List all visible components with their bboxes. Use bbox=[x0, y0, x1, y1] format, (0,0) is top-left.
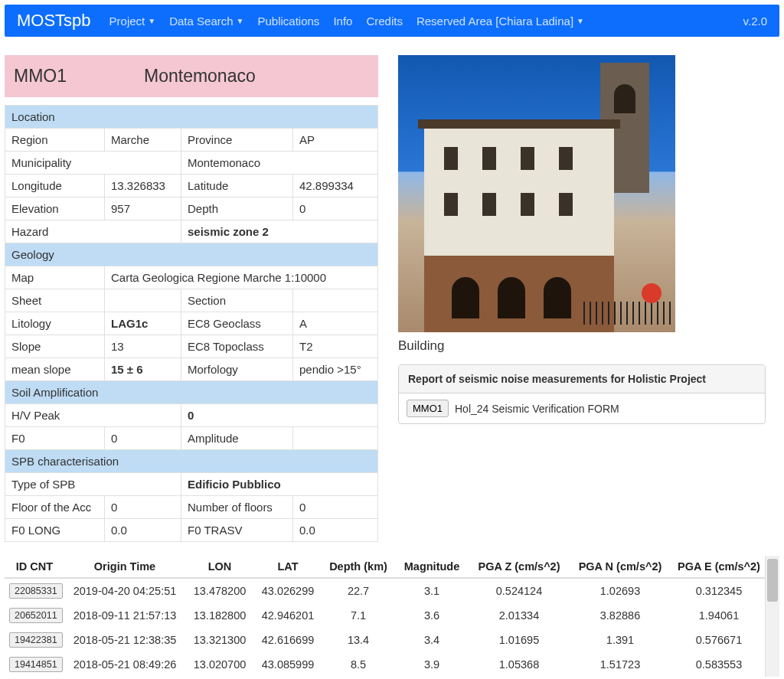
cell-lon: 13.321300 bbox=[185, 628, 254, 652]
label-province: Province bbox=[181, 129, 293, 152]
report-link[interactable]: Hol_24 Seismic Verification FORM bbox=[455, 403, 619, 415]
value-hazard: seismic zone 2 bbox=[181, 220, 378, 243]
value-numfloor: 0 bbox=[293, 496, 378, 519]
label-hazard: Hazard bbox=[5, 220, 181, 243]
value-meanslope: 15 ± 6 bbox=[105, 358, 181, 381]
version-label: v.2.0 bbox=[743, 15, 767, 28]
nav-credits[interactable]: Credits bbox=[366, 15, 403, 28]
chevron-down-icon: ▼ bbox=[577, 17, 584, 25]
events-scroll[interactable]: ID CNT Origin Time LON LAT Depth (km) Ma… bbox=[5, 556, 779, 677]
value-sheet bbox=[105, 289, 181, 312]
value-section bbox=[293, 289, 378, 312]
label-f0: F0 bbox=[5, 427, 105, 450]
value-region: Marche bbox=[105, 129, 181, 152]
cell-pgae: 0.576671 bbox=[671, 628, 767, 652]
label-municipality: Municipality bbox=[5, 152, 181, 175]
label-flooracc: Floor of the Acc bbox=[5, 496, 105, 519]
event-id-button[interactable]: 19414851 bbox=[9, 657, 63, 672]
nav-reserved-area[interactable]: Reserved Area [Chiara Ladina] ▼ bbox=[416, 15, 584, 28]
building-image bbox=[398, 55, 675, 332]
cell-pgan: 1.391 bbox=[570, 628, 671, 652]
label-meanslope: mean slope bbox=[5, 358, 105, 381]
cell-mag: 3.6 bbox=[395, 603, 469, 628]
cell-mag: 3.9 bbox=[395, 652, 469, 677]
label-spb-type: Type of SPB bbox=[5, 473, 181, 496]
value-elevation: 957 bbox=[105, 197, 181, 220]
event-id-button[interactable]: 19422381 bbox=[9, 632, 63, 648]
table-row: 194223812018-05-21 12:38:3513.32130042.6… bbox=[5, 628, 767, 652]
th-origin[interactable]: Origin Time bbox=[64, 556, 185, 578]
label-ec8geo: EC8 Geoclass bbox=[181, 312, 293, 335]
cell-lat: 42.616699 bbox=[254, 628, 322, 652]
nav-info[interactable]: Info bbox=[333, 15, 352, 28]
event-id-button[interactable]: 22085331 bbox=[9, 583, 63, 599]
scrollbar-thumb[interactable] bbox=[767, 559, 778, 602]
site-code: MMO1 bbox=[5, 55, 135, 97]
cell-mag: 3.4 bbox=[395, 628, 469, 652]
cell-pgae: 0.583553 bbox=[671, 652, 767, 677]
label-amplitude: Amplitude bbox=[181, 427, 293, 450]
cell-lat: 42.946201 bbox=[254, 603, 322, 628]
label-longitude: Longitude bbox=[5, 175, 105, 197]
navbar: MOSTspb Project ▼ Data Search ▼ Publicat… bbox=[5, 5, 779, 37]
events-table: ID CNT Origin Time LON LAT Depth (km) Ma… bbox=[5, 556, 767, 677]
cell-origin: 2018-05-21 08:49:26 bbox=[64, 652, 185, 677]
th-depth[interactable]: Depth (km) bbox=[322, 556, 395, 578]
value-province: AP bbox=[293, 129, 378, 152]
cell-lon: 13.020700 bbox=[185, 652, 254, 677]
cell-pgaz: 0.524124 bbox=[469, 578, 570, 603]
cell-pgaz: 1.05368 bbox=[469, 652, 570, 677]
table-row: 206520112018-09-11 21:57:1313.18280042.9… bbox=[5, 603, 767, 628]
th-lat[interactable]: LAT bbox=[254, 556, 322, 578]
value-morfology: pendio >15° bbox=[293, 358, 378, 381]
nav-data-search[interactable]: Data Search ▼ bbox=[169, 15, 243, 28]
cell-depth: 22.7 bbox=[322, 578, 395, 603]
value-municipality: Montemonaco bbox=[181, 152, 378, 175]
section-soil: Soil Amplification bbox=[5, 381, 378, 404]
label-ec8topo: EC8 Topoclass bbox=[181, 335, 293, 358]
nav-publications[interactable]: Publications bbox=[257, 15, 319, 28]
value-f0long: 0.0 bbox=[105, 519, 181, 542]
value-ec8geo: A bbox=[293, 312, 378, 335]
report-title: Report of seismic noise measurements for… bbox=[399, 365, 765, 393]
chevron-down-icon: ▼ bbox=[237, 17, 244, 25]
label-hvpeak: H/V Peak bbox=[5, 404, 181, 427]
chevron-down-icon: ▼ bbox=[148, 17, 155, 25]
info-table: Location Region Marche Province AP Munic… bbox=[5, 105, 378, 542]
th-pgae[interactable]: PGA E (cm/s^2) bbox=[671, 556, 767, 578]
nav-project[interactable]: Project ▼ bbox=[109, 15, 156, 28]
report-card: Report of seismic noise measurements for… bbox=[398, 364, 766, 424]
cell-pgan: 3.82886 bbox=[570, 603, 671, 628]
label-map: Map bbox=[5, 266, 105, 289]
report-code-button[interactable]: MMO1 bbox=[407, 400, 449, 417]
cell-lon: 13.478200 bbox=[185, 578, 254, 603]
label-f0trasv: F0 TRASV bbox=[181, 519, 293, 542]
value-litology: LAG1c bbox=[105, 312, 181, 335]
th-id[interactable]: ID CNT bbox=[5, 556, 64, 578]
th-pgaz[interactable]: PGA Z (cm/s^2) bbox=[469, 556, 570, 578]
site-header: MMO1 Montemonaco bbox=[5, 55, 378, 97]
th-mag[interactable]: Magnitude bbox=[395, 556, 469, 578]
cell-depth: 8.5 bbox=[322, 652, 395, 677]
value-latitude: 42.899334 bbox=[293, 175, 378, 197]
value-amplitude bbox=[293, 427, 378, 450]
th-lon[interactable]: LON bbox=[185, 556, 254, 578]
value-spb-type: Edificio Pubblico bbox=[181, 473, 378, 496]
cell-pgaz: 1.01695 bbox=[469, 628, 570, 652]
value-flooracc: 0 bbox=[105, 496, 181, 519]
label-litology: Litology bbox=[5, 312, 105, 335]
value-f0trasv: 0.0 bbox=[293, 519, 378, 542]
th-pgan[interactable]: PGA N (cm/s^2) bbox=[570, 556, 671, 578]
event-id-button[interactable]: 20652011 bbox=[9, 608, 63, 623]
section-geology: Geology bbox=[5, 243, 378, 266]
cell-mag: 3.1 bbox=[395, 578, 469, 603]
cell-pgan: 1.02693 bbox=[570, 578, 671, 603]
brand[interactable]: MOSTspb bbox=[17, 11, 91, 31]
label-elevation: Elevation bbox=[5, 197, 105, 220]
table-row: 220853312019-04-20 04:25:5113.47820043.0… bbox=[5, 578, 767, 603]
label-sheet: Sheet bbox=[5, 289, 105, 312]
table-row: 194148512018-05-21 08:49:2613.02070043.0… bbox=[5, 652, 767, 677]
cell-origin: 2018-09-11 21:57:13 bbox=[64, 603, 185, 628]
label-morfology: Morfology bbox=[181, 358, 293, 381]
label-slope: Slope bbox=[5, 335, 105, 358]
